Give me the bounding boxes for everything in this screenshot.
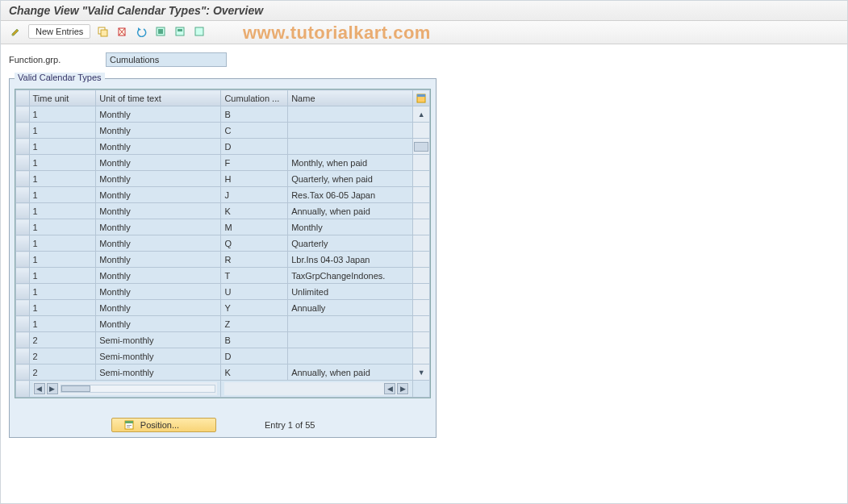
undo-icon[interactable]: [134, 24, 148, 39]
cell-tu[interactable]: 1: [29, 300, 96, 316]
cell-nm[interactable]: Quarterly: [288, 235, 413, 252]
cell-tu[interactable]: 1: [29, 284, 96, 300]
cell-tu[interactable]: 1: [29, 235, 96, 252]
cell-tu[interactable]: 1: [29, 139, 96, 155]
cell-ut[interactable]: Monthly: [96, 203, 221, 219]
cell-ut[interactable]: Monthly: [96, 268, 221, 284]
row-selector[interactable]: [16, 332, 30, 348]
scroll-left-icon[interactable]: ▶: [47, 383, 58, 394]
row-selector[interactable]: [16, 284, 30, 300]
row-selector[interactable]: [16, 203, 30, 219]
cell-tu[interactable]: 1: [29, 252, 96, 268]
scroll-up-icon[interactable]: ▲: [413, 106, 430, 123]
cell-tu[interactable]: 1: [29, 268, 96, 284]
position-button[interactable]: Position...: [111, 418, 216, 432]
cell-tu[interactable]: 1: [29, 316, 96, 332]
cell-cu[interactable]: T: [221, 268, 288, 284]
cell-cu[interactable]: C: [221, 123, 288, 139]
toggle-display-change-icon[interactable]: [9, 24, 23, 39]
deselect-all-icon[interactable]: [192, 24, 207, 39]
copy-icon[interactable]: [95, 24, 110, 39]
cell-tu[interactable]: 2: [29, 332, 96, 348]
cell-tu[interactable]: 1: [29, 219, 96, 235]
cell-tu[interactable]: 2: [29, 348, 96, 364]
row-selector[interactable]: [16, 106, 30, 123]
row-selector[interactable]: [16, 268, 30, 284]
row-selector[interactable]: [16, 364, 30, 381]
cell-cu[interactable]: B: [221, 332, 288, 348]
delete-icon[interactable]: [115, 24, 129, 39]
cell-nm[interactable]: TaxGrpChangeIndones.: [288, 268, 413, 284]
cell-cu[interactable]: H: [221, 171, 288, 187]
cell-nm[interactable]: [288, 332, 413, 348]
row-selector[interactable]: [16, 300, 30, 316]
cell-ut[interactable]: Semi-monthly: [96, 332, 221, 348]
table-settings-icon[interactable]: [413, 90, 430, 106]
cell-tu[interactable]: 1: [29, 123, 96, 139]
new-entries-button[interactable]: New Entries: [28, 24, 90, 39]
cell-nm[interactable]: Annually, when paid: [288, 203, 413, 219]
row-selector[interactable]: [16, 219, 30, 235]
cell-ut[interactable]: Monthly: [96, 155, 221, 171]
cell-nm[interactable]: Res.Tax 06-05 Japan: [288, 187, 413, 203]
cell-ut[interactable]: Monthly: [96, 316, 221, 332]
cell-cu[interactable]: D: [221, 348, 288, 364]
cell-tu[interactable]: 1: [29, 203, 96, 219]
cell-ut[interactable]: Semi-monthly: [96, 348, 221, 364]
cell-ut[interactable]: Monthly: [96, 139, 221, 155]
cell-cu[interactable]: M: [221, 219, 288, 235]
cell-nm[interactable]: Lbr.Ins 04-03 Japan: [288, 252, 413, 268]
select-all-column[interactable]: [16, 90, 30, 106]
cell-cu[interactable]: U: [221, 284, 288, 300]
cell-nm[interactable]: [288, 139, 413, 155]
cell-nm[interactable]: [288, 123, 413, 139]
cell-cu[interactable]: K: [221, 364, 288, 381]
row-selector[interactable]: [16, 235, 30, 252]
cell-nm[interactable]: Monthly, when paid: [288, 155, 413, 171]
cell-ut[interactable]: Semi-monthly: [96, 364, 221, 381]
cell-cu[interactable]: D: [221, 139, 288, 155]
h-scroll-track[interactable]: [61, 385, 216, 393]
select-all-icon[interactable]: [153, 24, 168, 39]
col-cumulation[interactable]: Cumulation ...: [221, 90, 288, 106]
cell-ut[interactable]: Monthly: [96, 123, 221, 139]
cell-cu[interactable]: R: [221, 252, 288, 268]
col-name[interactable]: Name: [288, 90, 413, 106]
row-selector[interactable]: [16, 139, 30, 155]
cell-nm[interactable]: Monthly: [288, 219, 413, 235]
cell-ut[interactable]: Monthly: [96, 219, 221, 235]
cell-ut[interactable]: Monthly: [96, 106, 221, 123]
scroll-right-end-icon[interactable]: ▶: [397, 383, 408, 394]
row-selector[interactable]: [16, 171, 30, 187]
cell-cu[interactable]: Z: [221, 316, 288, 332]
cell-nm[interactable]: Annually, when paid: [288, 364, 413, 381]
row-selector[interactable]: [16, 187, 30, 203]
cell-cu[interactable]: F: [221, 155, 288, 171]
row-selector[interactable]: [16, 123, 30, 139]
cell-cu[interactable]: Y: [221, 300, 288, 316]
cell-cu[interactable]: Q: [221, 235, 288, 252]
scroll-right-icon[interactable]: ◀: [384, 383, 395, 394]
col-unit-text[interactable]: Unit of time text: [96, 90, 221, 106]
cell-tu[interactable]: 1: [29, 171, 96, 187]
cell-nm[interactable]: [288, 316, 413, 332]
select-block-icon[interactable]: [173, 24, 187, 39]
cell-ut[interactable]: Monthly: [96, 187, 221, 203]
function-group-input[interactable]: [106, 52, 227, 67]
cell-nm[interactable]: [288, 348, 413, 364]
cell-tu[interactable]: 1: [29, 106, 96, 123]
cell-tu[interactable]: 1: [29, 155, 96, 171]
cell-nm[interactable]: [288, 106, 413, 123]
row-selector[interactable]: [16, 155, 30, 171]
cell-nm[interactable]: Annually: [288, 300, 413, 316]
cell-cu[interactable]: B: [221, 106, 288, 123]
scroll-down-icon[interactable]: ▼: [413, 364, 430, 381]
cell-ut[interactable]: Monthly: [96, 171, 221, 187]
cell-ut[interactable]: Monthly: [96, 235, 221, 252]
cell-tu[interactable]: 1: [29, 187, 96, 203]
scroll-thumb[interactable]: [413, 139, 430, 155]
col-time-unit[interactable]: Time unit: [29, 90, 96, 106]
row-selector[interactable]: [16, 252, 30, 268]
row-selector[interactable]: [16, 316, 30, 332]
scroll-left-start-icon[interactable]: ◀: [34, 383, 45, 394]
